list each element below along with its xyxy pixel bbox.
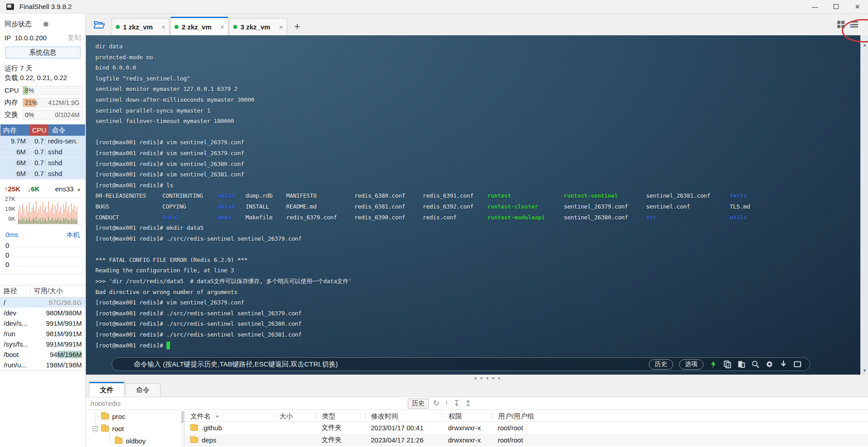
swap-label: 交换	[5, 110, 23, 119]
disk-row[interactable]: /97G/98.8G	[0, 297, 85, 308]
file-row[interactable]: .github文件夹2023/01/17 00:41drwxrwxr-xroot…	[185, 422, 868, 434]
disk-row[interactable]: /boot94M/196M	[0, 349, 85, 360]
tab-close-icon[interactable]: ×	[220, 23, 224, 31]
disk-row[interactable]: /dev980M/980M	[0, 308, 85, 318]
path-history-button[interactable]: 历史	[408, 399, 429, 409]
tree-item-proc[interactable]: proc	[86, 410, 184, 423]
history-button[interactable]: 历史	[649, 359, 673, 370]
terminal-line: BUGSCOPYINGdata4INSTALLREADME.mdredis_63…	[95, 201, 850, 212]
tab-close-icon[interactable]: ×	[279, 23, 283, 31]
swap-percent: 0%	[25, 111, 34, 119]
refresh-icon[interactable]: ↻	[433, 399, 439, 408]
folder-icon	[101, 426, 109, 432]
terminal-line: [root@max001 redis]# mkdir data5	[95, 223, 850, 233]
net-bar	[76, 198, 78, 224]
tab-3-zkz_vm[interactable]: 3 zkz_vm ×	[229, 18, 287, 35]
terminal-line: *** FATAL CONFIG FILE ERROR (Redis 6.2.9…	[95, 255, 850, 266]
upload-file-icon[interactable]: ↥	[465, 399, 471, 408]
command-input-hint: 命令输入 (按ALT键提示历史,TAB键路径,ESC键返回,双击CTRL切换)	[134, 360, 338, 369]
options-button[interactable]: 选项	[679, 359, 703, 370]
open-connection-folder-icon[interactable]	[93, 19, 105, 31]
process-row[interactable]: 6M0.7sshd	[0, 157, 85, 168]
up-directory-icon[interactable]: ↑	[444, 399, 448, 408]
cpu-percent: 8%	[25, 87, 34, 94]
panel-splitter[interactable]	[86, 375, 868, 382]
process-row[interactable]: 6M0.7sshd	[0, 147, 85, 157]
scroll-down-icon[interactable]: ▼	[861, 368, 868, 373]
file-panel: 文件 命令 /root/redis 历史 ↻ ↑ ↧ ↥ proc − root	[86, 382, 868, 447]
layout-grid-icon[interactable]	[837, 21, 844, 28]
disk-row[interactable]: /sys/fs...991M/991M	[0, 339, 85, 349]
disk-row[interactable]: /run/u...198M/198M	[0, 360, 85, 370]
copy-icon[interactable]	[723, 360, 731, 368]
directory-tree: proc − root oldboy	[86, 410, 185, 447]
scroll-up-icon[interactable]: ▲	[861, 43, 868, 47]
gear-icon[interactable]	[765, 360, 774, 368]
process-row[interactable]: 6M0.7sshd	[0, 168, 85, 179]
column-header-filename[interactable]: 文件名▲	[185, 412, 274, 420]
tab-1-zkz_vm[interactable]: 1 zkz_vm ×	[112, 18, 170, 35]
maximize-button[interactable]	[826, 0, 847, 14]
ping-host-selector[interactable]: 本机	[66, 231, 80, 241]
terminal-line: Reading the configuration file, at line …	[95, 265, 850, 276]
download-arrow-icon[interactable]	[779, 360, 788, 368]
tree-scrollbar[interactable]	[181, 410, 184, 447]
column-header-type[interactable]: 类型	[316, 412, 365, 420]
ip-label: IP	[5, 34, 11, 42]
splitter-handle-icon[interactable]	[475, 377, 500, 379]
file-row[interactable]: deps文件夹2023/04/17 21:26drwxrwxr-xroot/ro…	[185, 434, 868, 446]
title-bar: FinalShell 3.9.8.2 — ✕	[0, 0, 868, 14]
tree-item-oldboy[interactable]: oldboy	[86, 435, 184, 447]
monitor-icon[interactable]	[793, 360, 802, 368]
tree-item-root[interactable]: − root	[86, 423, 184, 435]
disk-row[interactable]: /dev/s...991M/991M	[0, 318, 85, 328]
chevron-down-icon: ▼	[77, 188, 81, 192]
new-tab-button[interactable]: +	[294, 21, 300, 33]
hamburger-menu-icon[interactable]	[850, 21, 858, 28]
path-input[interactable]: /root/redis	[90, 399, 121, 407]
search-icon[interactable]	[751, 360, 760, 368]
memory-percent: 21%	[25, 99, 38, 106]
net-upload-rate: ↑25K	[5, 185, 20, 193]
column-header-perm[interactable]: 权限	[443, 412, 492, 420]
load-average-text: 负载 0.22, 0.21, 0.22	[5, 74, 67, 82]
memory-label: 内存	[5, 98, 23, 107]
terminal-tab-bar: 1 zkz_vm × 2 zkz_vm × 3 zkz_vm × +	[86, 14, 868, 35]
folder-icon	[115, 438, 123, 444]
process-header-memory[interactable]: 内存	[0, 124, 29, 136]
copy-ip-button[interactable]: 复制	[67, 33, 81, 42]
column-header-owner[interactable]: 用户/用户组	[492, 412, 868, 420]
terminal-cursor	[166, 342, 170, 349]
close-button[interactable]: ✕	[847, 0, 868, 14]
command-input-bar[interactable]: 命令输入 (按ALT键提示历史,TAB键路径,ESC键返回,双击CTRL切换) …	[112, 357, 810, 371]
cpu-meter: 8%	[23, 86, 83, 95]
disk-header-size[interactable]: 可用/大小	[34, 287, 63, 295]
terminal-scrollbar[interactable]: ▲ ▼	[860, 35, 868, 375]
terminal-line	[95, 127, 850, 138]
column-header-size[interactable]: 大小	[274, 412, 316, 420]
column-header-mtime[interactable]: 修改时间	[365, 412, 443, 420]
disk-row[interactable]: /run981M/991M	[0, 328, 85, 339]
paste-icon[interactable]	[737, 360, 745, 368]
process-header-cpu[interactable]: CPU	[29, 124, 48, 136]
folder-icon	[190, 437, 198, 443]
net-interface-selector[interactable]: ens33 ▼	[55, 185, 81, 193]
collapse-expander-icon[interactable]: −	[93, 426, 98, 431]
terminal-area[interactable]: dir dataprotected-mode nobind 0.0.0.0log…	[86, 35, 868, 375]
disk-header-path[interactable]: 路径	[4, 287, 17, 295]
terminal-line: [root@max001 redis]# vim sentinel_26379.…	[95, 137, 850, 148]
terminal-line: protected-mode no	[95, 52, 850, 63]
system-info-button[interactable]: 系统信息	[5, 47, 80, 58]
tab-close-icon[interactable]: ×	[161, 23, 165, 31]
sync-status-dot-icon	[43, 22, 48, 27]
download-file-icon[interactable]: ↧	[453, 399, 460, 408]
tab-commands[interactable]: 命令	[125, 383, 160, 397]
tab-2-zkz_vm[interactable]: 2 zkz_vm ×	[170, 17, 228, 35]
app-icon	[6, 4, 14, 10]
tab-files[interactable]: 文件	[89, 382, 124, 397]
process-header-command[interactable]: 命令	[48, 124, 85, 136]
process-row[interactable]: 9.7M0.7redis-sen.	[0, 136, 85, 147]
minimize-button[interactable]: —	[804, 0, 826, 14]
lightning-bolt-icon[interactable]	[709, 360, 717, 368]
terminal-line: [root@max001 redis]# vim sentinel_26379.…	[95, 297, 850, 308]
